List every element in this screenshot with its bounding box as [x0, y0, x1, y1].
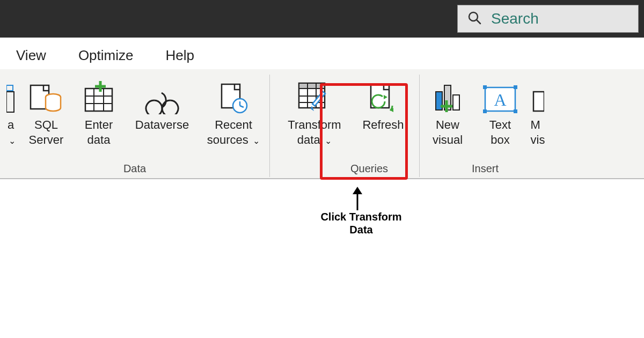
- transform-data-icon: [296, 76, 333, 114]
- sql-server-label: SQL Server: [29, 114, 64, 147]
- transform-data-button[interactable]: Transform data ⌄: [280, 75, 349, 147]
- title-bar: Search: [0, 0, 644, 38]
- menu-optimize[interactable]: Optimize: [78, 47, 134, 64]
- dataverse-icon: [143, 76, 181, 114]
- more-visuals-partial[interactable]: M vis: [530, 75, 545, 147]
- menu-help[interactable]: Help: [165, 47, 194, 64]
- sql-server-button[interactable]: SQL Server: [24, 75, 69, 147]
- group-data: a⌄ SQL Server: [0, 75, 270, 177]
- svg-line-1: [477, 20, 480, 24]
- dataverse-label: Dataverse: [135, 114, 189, 133]
- sql-server-icon: [30, 76, 63, 114]
- text-box-icon: A: [482, 76, 518, 114]
- enter-data-label: Enter data: [85, 114, 113, 147]
- svg-rect-3: [6, 92, 14, 112]
- dataverse-button[interactable]: Dataverse: [129, 75, 195, 133]
- new-visual-button[interactable]: New visual: [425, 75, 470, 147]
- search-label: Search: [491, 10, 539, 27]
- group-insert: New visual A Text box: [420, 75, 551, 177]
- group-label-queries: Queries: [280, 160, 409, 175]
- svg-rect-35: [514, 85, 517, 89]
- refresh-button[interactable]: Refresh: [357, 75, 409, 133]
- menu-view[interactable]: View: [16, 47, 46, 64]
- search-box[interactable]: Search: [457, 5, 639, 33]
- svg-rect-2: [6, 85, 13, 91]
- recent-sources-label: Recent sources ⌄: [207, 114, 260, 147]
- new-visual-icon: [430, 76, 465, 114]
- svg-rect-18: [299, 83, 325, 89]
- transform-data-label: Transform data ⌄: [288, 114, 341, 147]
- svg-rect-6: [85, 89, 112, 111]
- chevron-down-icon: ⌄: [248, 136, 260, 145]
- partial-button-left[interactable]: a⌄: [5, 75, 16, 147]
- group-queries: Transform data ⌄ Refresh: [270, 75, 420, 177]
- chevron-down-icon: ⌄: [6, 136, 16, 145]
- group-label-data: Data: [5, 160, 264, 175]
- text-box-label: Text box: [489, 114, 511, 147]
- svg-marker-41: [353, 187, 362, 194]
- annotation-arrow-icon: [351, 187, 364, 212]
- svg-rect-36: [483, 109, 487, 113]
- svg-rect-30: [453, 95, 459, 110]
- refresh-icon: [368, 76, 399, 114]
- svg-rect-34: [483, 85, 487, 89]
- svg-rect-37: [514, 109, 517, 113]
- new-visual-label: New visual: [433, 114, 463, 147]
- group-label-insert: Insert: [425, 160, 545, 175]
- recent-sources-button[interactable]: Recent sources ⌄: [203, 75, 264, 147]
- annotation-text: Click Transform Data: [316, 210, 407, 236]
- svg-rect-39: [533, 92, 544, 111]
- enter-data-icon: [82, 76, 115, 114]
- partial-label: a⌄: [6, 114, 16, 147]
- chevron-down-icon: ⌄: [320, 136, 332, 145]
- enter-data-button[interactable]: Enter data: [76, 75, 121, 147]
- more-visuals-label: M vis: [531, 114, 545, 147]
- search-icon: [467, 11, 481, 27]
- ribbon: a⌄ SQL Server: [0, 69, 644, 179]
- menu-bar: View Optimize Help: [0, 38, 644, 69]
- text-box-button[interactable]: A Text box: [478, 75, 523, 147]
- recent-sources-icon: [217, 76, 250, 114]
- svg-text:A: A: [494, 90, 506, 109]
- refresh-label: Refresh: [362, 114, 404, 133]
